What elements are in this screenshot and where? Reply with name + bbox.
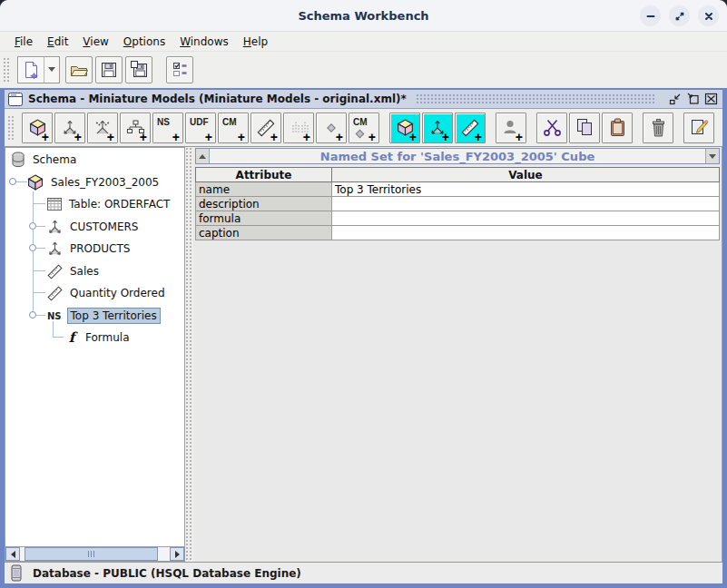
schema-tree: Schema Sales_FY2003_2005 xyxy=(5,147,185,562)
selected-tree-label: Top 3 Territories xyxy=(67,308,161,324)
value-cell-name[interactable]: Top 3 Territories xyxy=(332,182,720,197)
scroll-left-button[interactable] xyxy=(5,547,20,561)
tree-item-named-set[interactable]: NS Top 3 Territories xyxy=(5,305,182,327)
frame-titlebar[interactable]: Schema - Miniature Models (Miniature Mod… xyxy=(5,90,722,109)
save-button[interactable] xyxy=(95,56,123,83)
menu-file[interactable]: File xyxy=(7,34,40,50)
add-dimension-button[interactable]: + xyxy=(54,113,85,143)
preferences-toggle-button[interactable] xyxy=(166,56,193,83)
add-property-button[interactable]: + xyxy=(316,113,347,143)
scrollbar-track[interactable] xyxy=(20,547,170,561)
measure-icon xyxy=(47,264,63,279)
new-dimension-button[interactable]: + xyxy=(422,113,453,143)
scissors-icon xyxy=(543,119,562,136)
header-dropdown-button[interactable] xyxy=(705,149,719,163)
copy-button[interactable] xyxy=(569,113,600,143)
tree-item-sales[interactable]: Sales xyxy=(5,260,182,282)
minimize-button[interactable] xyxy=(640,5,661,26)
close-button[interactable] xyxy=(698,5,719,26)
new-cube-button[interactable]: + xyxy=(389,113,420,143)
attribute-table: Attribute Value name Top 3 Territories d… xyxy=(195,167,720,240)
save-as-icon xyxy=(131,61,148,78)
member-diamond-icon xyxy=(354,128,366,140)
add-role-button[interactable]: + xyxy=(496,113,526,143)
value-cell-caption[interactable] xyxy=(332,226,720,240)
add-dimension-usage-button[interactable]: + xyxy=(87,113,118,143)
menu-options[interactable]: Options xyxy=(116,34,172,50)
add-virtual-calculated-member-button[interactable]: CM + xyxy=(349,113,379,143)
add-udf-button[interactable]: UDF + xyxy=(185,113,216,143)
split-pane-divider[interactable] xyxy=(185,147,193,562)
new-schema-icon xyxy=(18,57,44,83)
open-folder-icon xyxy=(70,63,88,77)
restore-button[interactable] xyxy=(669,5,690,26)
attr-cell-formula: formula xyxy=(196,211,332,226)
frame-minimize-button[interactable] xyxy=(667,92,683,106)
column-header-value[interactable]: Value xyxy=(332,168,720,182)
schema-toolbar: + + + xyxy=(5,109,722,147)
cut-button[interactable] xyxy=(536,113,567,143)
tree-item-formula[interactable]: f Formula xyxy=(5,327,182,348)
schema-toolbar-drag-handle[interactable] xyxy=(7,115,15,141)
clipboard-icon xyxy=(610,118,625,137)
add-measure-button[interactable]: + xyxy=(251,113,281,143)
column-header-attribute[interactable]: Attribute xyxy=(196,168,332,182)
toolbar-drag-handle[interactable] xyxy=(3,57,11,83)
chevron-down-icon xyxy=(48,67,55,72)
tree-item-schema[interactable]: Schema xyxy=(5,149,182,171)
tree-horizontal-scrollbar[interactable] xyxy=(5,546,184,561)
dimension-icon xyxy=(47,240,63,257)
schema-content: Schema Sales_FY2003_2005 xyxy=(5,147,722,562)
new-measure-button[interactable]: + xyxy=(455,113,486,143)
menu-windows[interactable]: Windows xyxy=(172,34,236,50)
tree-item-customers[interactable]: CUSTOMERS xyxy=(5,216,182,238)
add-level-button[interactable]: + xyxy=(283,113,314,143)
add-named-set-button[interactable]: NS + xyxy=(152,113,183,143)
header-collapse-button[interactable] xyxy=(196,149,210,163)
tree-item-table[interactable]: Table: ORDERFACT xyxy=(5,193,182,215)
edit-mode-button[interactable] xyxy=(683,113,714,143)
tree-item-cube[interactable]: Sales_FY2003_2005 xyxy=(5,172,182,193)
add-calculated-member-button[interactable]: CM + xyxy=(218,113,249,143)
table-row: caption xyxy=(196,226,720,240)
open-button[interactable] xyxy=(65,56,93,83)
trash-icon xyxy=(651,119,666,137)
new-schema-split-button[interactable] xyxy=(17,56,60,83)
window-controls xyxy=(640,5,719,26)
menu-help[interactable]: Help xyxy=(236,34,275,50)
schema-internal-frame: Schema - Miniature Models (Miniature Mod… xyxy=(0,88,727,588)
save-as-button[interactable] xyxy=(125,56,152,83)
add-cube-button[interactable]: + xyxy=(22,113,53,143)
editor-header-title: Named Set for 'Sales_FY2003_2005' Cube xyxy=(210,149,705,163)
preferences-icon xyxy=(172,62,188,77)
arrow-up-icon xyxy=(199,154,206,159)
paste-button[interactable] xyxy=(602,113,633,143)
table-row: name Top 3 Territories xyxy=(196,182,720,197)
add-hierarchy-button[interactable]: + xyxy=(120,113,151,143)
value-cell-description[interactable] xyxy=(332,197,720,211)
value-cell-formula[interactable] xyxy=(332,211,720,226)
scroll-right-button[interactable] xyxy=(170,547,184,561)
delete-button[interactable] xyxy=(643,113,673,143)
measure-icon xyxy=(47,286,63,301)
scrollbar-thumb[interactable] xyxy=(25,547,158,561)
arrow-right-icon xyxy=(175,551,180,558)
new-schema-dropdown[interactable] xyxy=(44,57,59,83)
editor-panel: Named Set for 'Sales_FY2003_2005' Cube A… xyxy=(193,147,722,562)
database-status-icon xyxy=(11,564,22,582)
menu-edit[interactable]: Edit xyxy=(40,34,75,50)
frame-close-button[interactable] xyxy=(703,92,719,106)
status-text: Database - PUBLIC (HSQL Database Engine) xyxy=(33,567,301,580)
minimize-icon xyxy=(645,11,656,22)
table-row: description xyxy=(196,197,720,211)
main-toolbar xyxy=(0,52,727,87)
chevron-down-icon xyxy=(709,154,716,159)
tree-item-quantity-ordered[interactable]: Quantity Ordered xyxy=(5,282,182,304)
frame-maximize-icon xyxy=(687,93,700,105)
frame-maximize-button[interactable] xyxy=(685,92,701,106)
frame-titlebar-texture xyxy=(416,93,655,105)
tree-item-products[interactable]: PRODUCTS xyxy=(5,238,182,260)
window-titlebar[interactable]: Schema Workbench xyxy=(0,0,727,32)
menu-view[interactable]: View xyxy=(75,34,115,50)
restore-icon xyxy=(674,11,685,22)
